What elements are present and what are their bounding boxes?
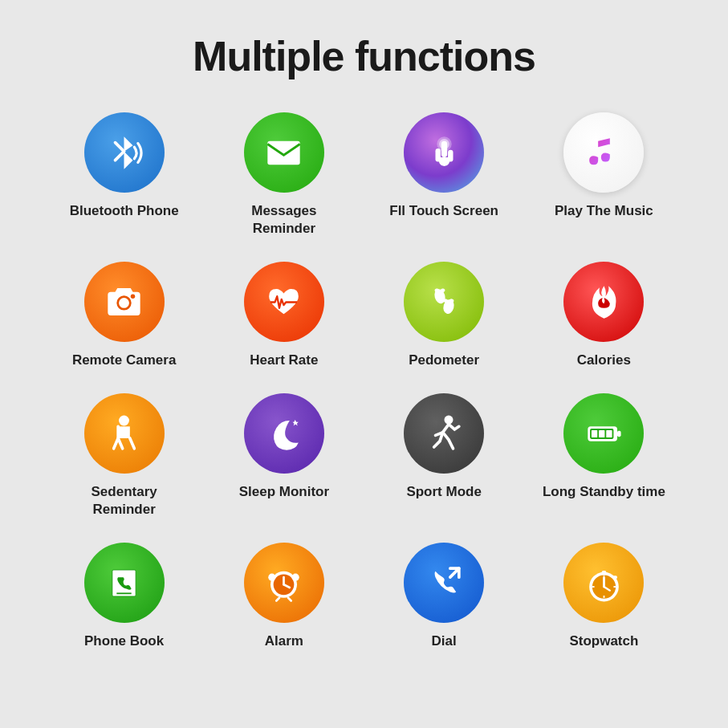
stopwatch-label: Stopwatch: [569, 632, 638, 650]
feature-music: Play The Music: [539, 112, 668, 238]
feature-pedometer: Pedometer: [380, 262, 508, 369]
alarm-label: Alarm: [265, 632, 303, 650]
messages-icon: [244, 112, 324, 193]
touch-icon-svg: [422, 131, 466, 175]
svg-marker-16: [293, 420, 299, 425]
svg-rect-23: [606, 430, 612, 437]
music-icon-svg: [582, 131, 626, 175]
sport-svg: [422, 412, 466, 456]
stopwatch-icon: [563, 543, 644, 623]
svg-point-15: [119, 415, 129, 425]
page-title: Multiple functions: [48, 32, 680, 80]
dial-svg: [422, 561, 466, 605]
heart-rate-icon: [244, 262, 324, 342]
sleep-icon: [244, 393, 324, 474]
touch-screen-label: Fll Touch Screen: [389, 202, 498, 220]
svg-rect-37: [612, 575, 617, 579]
feature-sedentary: Sedentary Reminder: [60, 393, 189, 519]
phonebook-svg: [102, 561, 146, 605]
messages-icon-svg: [262, 131, 306, 175]
bluetooth-phone-icon: [84, 112, 165, 193]
pedometer-icon: [404, 262, 484, 342]
sport-icon: [404, 393, 484, 474]
bluetooth-phone-label: Bluetooth Phone: [70, 202, 179, 220]
feature-heart-rate: Heart Rate: [220, 262, 348, 369]
touch-screen-icon: [404, 112, 484, 193]
phonebook-icon: [84, 543, 165, 623]
calories-svg: [582, 280, 626, 324]
svg-rect-3: [441, 140, 446, 157]
alarm-icon: [244, 543, 324, 623]
heart-rate-svg: [262, 280, 306, 324]
svg-rect-22: [599, 430, 604, 437]
dial-label: Dial: [432, 632, 457, 650]
feature-stopwatch: Stopwatch: [539, 543, 668, 650]
camera-icon: [84, 262, 165, 342]
sedentary-label: Sedentary Reminder: [60, 483, 189, 519]
sedentary-svg: [102, 412, 146, 456]
standby-svg: [582, 412, 626, 456]
features-grid: Bluetooth Phone Messages Reminder: [48, 112, 680, 651]
calories-label: Calories: [577, 352, 631, 369]
standby-icon: [563, 393, 644, 474]
heart-rate-label: Heart Rate: [250, 352, 318, 369]
sport-label: Sport Mode: [406, 483, 482, 501]
svg-rect-0: [268, 140, 300, 164]
svg-point-7: [119, 298, 129, 308]
svg-rect-36: [602, 571, 607, 575]
svg-rect-21: [592, 430, 597, 437]
sleep-label: Sleep Monitor: [239, 483, 329, 501]
pedometer-svg: [422, 280, 466, 324]
feature-sleep: Sleep Monitor: [220, 393, 348, 519]
sedentary-icon: [84, 393, 165, 474]
svg-point-30: [292, 574, 299, 581]
svg-line-31: [277, 598, 280, 601]
stopwatch-svg: [582, 561, 626, 605]
svg-rect-19: [617, 431, 621, 437]
alarm-svg: [262, 561, 306, 605]
camera-label: Remote Camera: [72, 352, 176, 369]
bluetooth-icon-svg: [102, 131, 146, 175]
music-label: Play The Music: [555, 202, 653, 220]
svg-line-32: [288, 598, 291, 601]
camera-icon-svg: [102, 280, 146, 324]
feature-bluetooth-phone: Bluetooth Phone: [60, 112, 189, 238]
feature-touch-screen: Fll Touch Screen: [380, 112, 508, 238]
dial-icon: [404, 543, 484, 623]
calories-icon: [563, 262, 644, 342]
feature-dial: Dial: [380, 543, 508, 650]
music-icon: [563, 112, 644, 193]
feature-phonebook: Phone Book: [60, 543, 189, 650]
page: Multiple functions Bluetooth Phone: [0, 0, 728, 728]
feature-messages: Messages Reminder: [220, 112, 348, 238]
feature-sport: Sport Mode: [380, 393, 508, 519]
feature-camera: Remote Camera: [60, 262, 189, 369]
sleep-svg: [262, 412, 306, 456]
svg-point-29: [269, 574, 276, 581]
phonebook-label: Phone Book: [84, 632, 164, 650]
feature-calories: Calories: [539, 262, 668, 369]
feature-standby: Long Standby time: [539, 393, 668, 519]
feature-alarm: Alarm: [220, 543, 348, 650]
messages-label: Messages Reminder: [220, 202, 348, 238]
pedometer-label: Pedometer: [409, 352, 479, 369]
svg-point-8: [131, 294, 136, 299]
standby-label: Long Standby time: [543, 483, 665, 501]
